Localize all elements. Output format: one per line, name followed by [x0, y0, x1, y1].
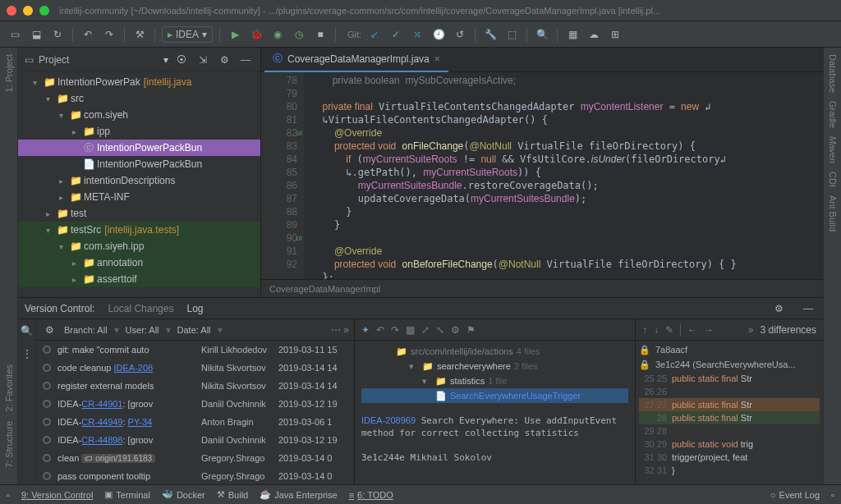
- sb-version-control[interactable]: 9: Version Control: [21, 490, 93, 500]
- locate-icon[interactable]: ⦿: [173, 52, 190, 68]
- hammer-icon[interactable]: ⚒: [131, 26, 148, 43]
- group-icon[interactable]: ▦: [406, 324, 415, 336]
- changed-file-row[interactable]: 📄 SearchEverywhereUsageTrigger: [361, 388, 628, 403]
- tree-row[interactable]: ⓒIntentionPowerPackBun: [18, 140, 260, 156]
- changed-file-row[interactable]: 📁 src/com/intellij/ide/actions 4 files: [361, 344, 628, 359]
- project-tree[interactable]: ▾📁IntentionPowerPak[intellij.java▾📁src▾📁…: [18, 72, 260, 297]
- tree-row[interactable]: ▾📁src: [18, 90, 260, 107]
- tab-log[interactable]: Log: [186, 303, 203, 314]
- coverage-icon[interactable]: ◉: [269, 26, 286, 43]
- undo-icon[interactable]: ↶: [80, 26, 96, 43]
- settings-icon[interactable]: 🔧: [482, 26, 499, 43]
- commit-row[interactable]: IDEA-CR-44898: [groovDaniil Ovchinnik201…: [36, 431, 354, 449]
- commit-list[interactable]: git: make "commit autoKirill Likhodedov2…: [36, 341, 354, 484]
- tool-project[interactable]: 1: Project: [4, 54, 14, 92]
- tree-row[interactable]: ▾📁com.siyeh: [18, 107, 260, 123]
- commit-row[interactable]: pass component tooltipGregory.Shrago2019…: [36, 467, 354, 484]
- tree-row[interactable]: ▾📁testSrc[intellij.java.tests]: [18, 222, 260, 238]
- tool-favorites[interactable]: 2: Favorites: [4, 364, 14, 411]
- tree-row[interactable]: ▸📁intentionDescriptions: [18, 172, 260, 189]
- gear-icon[interactable]: ⚙: [216, 52, 232, 68]
- gear2-icon[interactable]: ⚙: [451, 324, 460, 336]
- hide-icon[interactable]: —: [237, 52, 254, 68]
- maximize-window-button[interactable]: [39, 6, 49, 16]
- tab-local-changes[interactable]: Local Changes: [108, 303, 173, 314]
- changed-file-row[interactable]: ▾📁 searcheverywhere 2 files: [361, 359, 628, 373]
- tree-row[interactable]: ▾📁com.siyeh.ipp: [18, 238, 260, 254]
- tree-row[interactable]: ▸📁test: [18, 205, 260, 222]
- redo-icon[interactable]: ↷: [101, 26, 117, 43]
- tree-row[interactable]: ▸📁META-INF: [18, 189, 260, 205]
- user-filter[interactable]: User: All: [126, 325, 159, 335]
- tool-ant[interactable]: Ant Build: [828, 195, 838, 231]
- tree-row[interactable]: ▾📁IntentionPowerPak[intellij.java: [18, 74, 260, 90]
- save-all-icon[interactable]: ⬓: [28, 26, 44, 43]
- vc-search-icon[interactable]: 🔍: [19, 323, 35, 339]
- date-filter[interactable]: Date: All: [177, 325, 211, 335]
- tree-row[interactable]: ▸📁asserttoif: [18, 271, 260, 287]
- search-icon[interactable]: 🔍: [534, 26, 550, 43]
- down-icon[interactable]: ↓: [654, 324, 659, 336]
- code-editor[interactable]: private boolean mySubCoverageIsActive; p…: [304, 72, 823, 279]
- run-configuration-select[interactable]: ▸IDEA▾: [162, 26, 213, 43]
- minimize-window-button[interactable]: [23, 6, 33, 16]
- collapse-icon[interactable]: ⤡: [436, 324, 444, 336]
- git-history-icon[interactable]: 🕘: [430, 26, 447, 43]
- run-icon[interactable]: ▶: [227, 26, 243, 43]
- fwd-icon[interactable]: →: [704, 324, 714, 336]
- debug-icon[interactable]: 🐞: [248, 26, 264, 43]
- tool-database[interactable]: Database: [828, 54, 838, 93]
- git-rollback-icon[interactable]: ↺: [452, 26, 468, 43]
- editor-tab[interactable]: ⓒ CoverageDataManagerImpl.java ×: [264, 48, 448, 72]
- commit-row[interactable]: code cleanup IDEA-208Nikita Skvortsov201…: [36, 359, 354, 377]
- sb-todo[interactable]: ≡ 6: TODO: [349, 490, 393, 500]
- collapse-icon[interactable]: ⇲: [195, 52, 211, 68]
- sb-build[interactable]: ⚒ Build: [217, 489, 248, 500]
- edit-icon[interactable]: ✎: [665, 324, 673, 336]
- tool-maven[interactable]: Maven: [828, 136, 838, 163]
- close-tab-icon[interactable]: ×: [434, 53, 440, 65]
- stop-icon[interactable]: ■: [312, 26, 329, 43]
- vc-more-icon[interactable]: ⋮: [19, 346, 35, 362]
- sync-icon[interactable]: ↻: [49, 26, 66, 43]
- commit-row[interactable]: IDEA-CR-44901: [groovDaniil Ovchinnik201…: [36, 395, 354, 413]
- sb-docker[interactable]: 🐳 Docker: [162, 489, 205, 500]
- undo-icon[interactable]: ↶: [376, 324, 384, 336]
- tool-structure[interactable]: 7: Structure: [4, 421, 14, 468]
- profile-icon[interactable]: ◷: [291, 26, 307, 43]
- tree-row[interactable]: ▸📁ipp: [18, 123, 260, 140]
- diff-viewer[interactable]: 🔒 7a8aacf 🔒 3e1c244 (SearchEverywhereUsa…: [636, 341, 823, 484]
- tool-cdi[interactable]: CDI: [828, 172, 838, 187]
- close-window-button[interactable]: [7, 6, 16, 16]
- commit-row[interactable]: git: make "commit autoKirill Likhodedov2…: [36, 341, 354, 359]
- project-structure-icon[interactable]: ⬚: [503, 26, 520, 43]
- vc-hide-icon[interactable]: —: [800, 300, 816, 317]
- git-compare-icon[interactable]: ⤭: [409, 26, 425, 43]
- tool1-icon[interactable]: ▦: [564, 26, 581, 43]
- open-icon[interactable]: ▭: [7, 26, 23, 43]
- tool3-icon[interactable]: ⊞: [607, 26, 623, 43]
- tool-gradle[interactable]: Gradle: [828, 101, 838, 128]
- sb-event-log[interactable]: ○ Event Log: [770, 490, 820, 500]
- commit-row[interactable]: IDEA-CR-44949: PY-34Anton Bragin2019-03-…: [36, 413, 354, 431]
- sb-java-enterprise[interactable]: ☕ Java Enterprise: [260, 489, 337, 500]
- vc-gear-icon[interactable]: ⚙: [770, 300, 787, 317]
- tree-row[interactable]: 📄IntentionPowerPackBun: [18, 156, 260, 172]
- expand-icon[interactable]: ⤢: [421, 324, 430, 336]
- vc-filter-gear-icon[interactable]: ⚙: [41, 322, 57, 338]
- tool2-icon[interactable]: ☁: [586, 26, 602, 43]
- commit-row[interactable]: clean 🏷 origin/191.6183Gregory.Shrago201…: [36, 449, 354, 467]
- git-commit-icon[interactable]: ✓: [388, 26, 404, 43]
- branch-filter[interactable]: Branch: All: [64, 325, 108, 335]
- breadcrumb[interactable]: CoverageDataManagerImpl: [261, 279, 823, 297]
- flag-icon[interactable]: ⚑: [466, 324, 476, 336]
- sb-terminal[interactable]: ▣ Terminal: [104, 489, 150, 500]
- redo-icon[interactable]: ↷: [391, 324, 399, 336]
- line-gutter[interactable]: 7879808182oI8384858687888990oI9192: [261, 72, 304, 279]
- tree-row[interactable]: ▸📁annotation: [18, 254, 260, 271]
- plus-icon[interactable]: ✦: [361, 324, 370, 336]
- back-icon[interactable]: ←: [687, 324, 697, 336]
- git-update-icon[interactable]: ↙: [366, 26, 383, 43]
- commit-row[interactable]: register external modelsNikita Skvortsov…: [36, 377, 354, 395]
- changed-file-row[interactable]: ▾📁 statistics 1 file: [361, 373, 628, 388]
